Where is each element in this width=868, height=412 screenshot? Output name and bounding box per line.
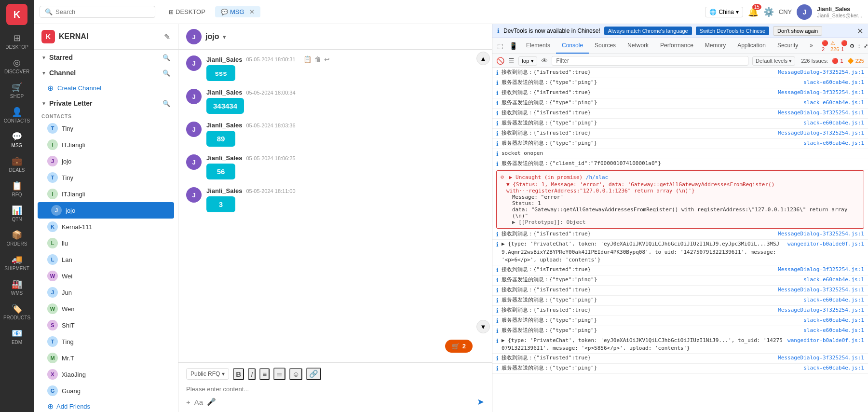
private-letter-search-icon[interactable]: 🔍 [163, 100, 170, 107]
msg-copy-icon[interactable]: 📋 [303, 55, 312, 63]
default-levels-dropdown[interactable]: Default levels ▾ [752, 56, 795, 66]
devtools-tab-application[interactable]: Application [732, 38, 772, 54]
ordered-list-button[interactable]: ≣ [273, 368, 285, 380]
text-format-icon[interactable]: Aa [194, 398, 203, 406]
devtools-tab-network[interactable]: Network [622, 38, 654, 54]
input-type-select[interactable]: Public RFQ ▾ [186, 368, 229, 380]
toggle-sidebar-icon[interactable]: ☰ [508, 57, 515, 65]
contact-item-wen[interactable]: W Wen [34, 301, 178, 317]
starred-search-icon[interactable]: 🔍 [163, 54, 170, 61]
console-link[interactable]: slack-e60cab4e.js:1 [803, 296, 864, 304]
contact-item-kernal111[interactable]: K Kernal-111 [34, 219, 178, 235]
scroll-down-button[interactable]: ▼ [476, 320, 490, 333]
contact-item-mrt[interactable]: M Mr.T [34, 350, 178, 366]
contact-item-xiaojing[interactable]: X XiaoJing [34, 366, 178, 383]
nav-item-qtn[interactable]: 📊 QTN [0, 201, 34, 226]
devtools-tab-more[interactable]: » [804, 38, 819, 54]
console-link[interactable]: slack-e60cab4e.js:1 [803, 139, 864, 148]
undock-icon[interactable]: ⤢ [864, 43, 868, 49]
nav-item-edm[interactable]: 📧 EDM [0, 324, 34, 349]
contact-item-jojo-active[interactable]: J jojo [38, 202, 174, 219]
console-link[interactable]: slack-e60cab4e.js:1 [803, 327, 864, 335]
console-link[interactable]: slack-e60cab4e.js:1 [803, 79, 864, 87]
device-icon[interactable]: 📱 [506, 39, 520, 53]
console-link[interactable]: MessageDialog-3f325254.js:1 [778, 286, 864, 294]
more-devtools-icon[interactable]: ⋮ [856, 43, 862, 49]
app-logo[interactable]: K [6, 4, 27, 25]
console-link[interactable]: MessageDialog-3f325254.js:1 [778, 89, 864, 97]
contact-item-liu[interactable]: L liu [34, 235, 178, 251]
channel-section-header[interactable]: ▼ Channel 🔍 [34, 65, 178, 81]
chat-dropdown-icon[interactable]: ▾ [223, 33, 226, 41]
devtools-tab-security[interactable]: Security [772, 38, 804, 54]
nav-item-orders[interactable]: 📦 ORDERS [0, 226, 34, 250]
nav-item-shipment[interactable]: 🚚 SHIPMENT [0, 250, 34, 275]
contact-item-jojo1[interactable]: J jojo [34, 153, 178, 169]
contact-item-tiny1[interactable]: T Tiny [34, 120, 178, 137]
user-avatar[interactable]: J [797, 4, 812, 20]
add-friends-button[interactable]: ⊕ Add Friends [34, 399, 178, 412]
error-prototype[interactable]: ▶ [[Prototype]]: Object [512, 219, 860, 225]
nav-item-desktop[interactable]: ⊞ DESKTOP [0, 29, 34, 54]
console-link[interactable]: MessageDialog-3f325254.js:1 [778, 129, 864, 137]
eye-icon[interactable]: 👁 [541, 57, 548, 65]
error-file-link[interactable]: /h/slac [586, 174, 608, 180]
tab-desktop[interactable]: ⊞ DESKTOP [163, 6, 211, 17]
inspect-icon[interactable]: ⬚ [494, 39, 506, 53]
console-link[interactable]: MessageDialog-3f325254.js:1 [778, 230, 864, 238]
chat-input-field[interactable] [186, 384, 484, 394]
console-link[interactable]: wangeditor-b0a1de0f.js:1 [787, 337, 864, 345]
switch-devtools-button[interactable]: Switch DevTools to Chinese [696, 27, 769, 35]
devtools-tab-elements[interactable]: Elements [520, 38, 556, 54]
contact-item-itjiangli1[interactable]: I ITJiangli [34, 137, 178, 153]
contact-item-wei[interactable]: W Wei [34, 268, 178, 284]
private-letter-section-header[interactable]: ▼ Private Letter 🔍 [34, 96, 178, 111]
console-link[interactable]: MessageDialog-3f325254.js:1 [778, 266, 864, 274]
nav-item-contacts[interactable]: 👤 CONTACTS [0, 103, 34, 127]
nav-item-discover[interactable]: ◎ DISCOVER [0, 54, 34, 78]
voice-icon[interactable]: 🎤 [207, 398, 216, 406]
contact-item-jun[interactable]: J Jun [34, 284, 178, 301]
contact-item-shit[interactable]: S ShiT [34, 317, 178, 333]
devtools-tab-memory[interactable]: Memory [699, 38, 732, 54]
msg-more-icon[interactable]: ↩ [324, 55, 330, 63]
tab-msg[interactable]: 💬 MSG ✕ [215, 6, 260, 17]
settings-devtools-icon[interactable]: ⚙ [850, 43, 854, 49]
user-info[interactable]: Jianli_Sales Jianli_Sales@ker... [817, 6, 862, 18]
sidebar-edit-button[interactable]: ✎ [164, 32, 170, 41]
notification-button[interactable]: 🔔 15 [748, 7, 759, 17]
nav-item-wms[interactable]: 🏭 WMS [0, 275, 34, 300]
search-box[interactable]: 🔍 [40, 6, 155, 18]
console-link[interactable]: slack-e60cab4e.js:1 [803, 99, 864, 107]
console-link[interactable]: MessageDialog-3f325254.js:1 [778, 109, 864, 117]
contact-item-ting[interactable]: T Ting [34, 333, 178, 350]
match-language-button[interactable]: Always match Chrome's language [604, 27, 692, 35]
nav-item-shop[interactable]: 🛒 SHOP [0, 78, 34, 103]
top-level-selector[interactable]: top ▾ [518, 56, 537, 66]
settings-icon[interactable]: ⚙️ [763, 7, 774, 17]
search-input[interactable] [55, 8, 150, 15]
dont-show-button[interactable]: Don't show again [773, 26, 822, 36]
nav-item-rfq[interactable]: 📋 RFQ [0, 177, 34, 201]
console-link[interactable]: wangeditor-b0a1de0f.js:1 [787, 240, 864, 248]
msg-delete-icon[interactable]: 🗑 [314, 55, 321, 63]
nav-item-products[interactable]: 🏷️ PRODUCTS [0, 300, 34, 324]
devtools-tab-console[interactable]: Console [556, 38, 589, 54]
console-filter-input[interactable] [552, 56, 748, 66]
console-link[interactable]: slack-e60cab4e.js:1 [803, 119, 864, 127]
contact-item-guang[interactable]: G Guang [34, 383, 178, 399]
contact-item-itjiangli2[interactable]: I ITJiangli [34, 186, 178, 202]
unordered-list-button[interactable]: ≡ [259, 368, 270, 380]
devtools-tab-performance[interactable]: Performance [654, 38, 699, 54]
console-link[interactable]: slack-e60cab4e.js:1 [803, 316, 864, 325]
console-link[interactable]: slack-e60cab4e.js:1 [803, 276, 864, 284]
italic-button[interactable]: I [248, 368, 256, 380]
devtools-tab-sources[interactable]: Sources [589, 38, 622, 54]
send-button[interactable]: ➤ [477, 397, 484, 407]
cart-button[interactable]: 🛒 2 [445, 340, 473, 353]
console-link[interactable]: slack-e60cab4e.js:1 [803, 364, 864, 372]
region-selector[interactable]: 🌐 China ▾ [705, 7, 743, 17]
nav-item-msg[interactable]: 💬 MSG [0, 127, 34, 152]
clear-console-icon[interactable]: 🚫 [496, 57, 504, 65]
contact-item-lan[interactable]: L Lan [34, 251, 178, 268]
